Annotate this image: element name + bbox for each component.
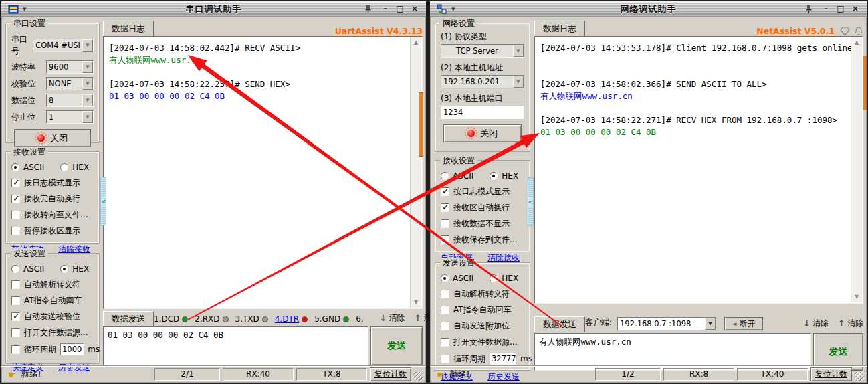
log-scrollbar[interactable]: ▲▼ xyxy=(410,37,421,308)
maximize-button[interactable]: □ xyxy=(394,4,406,15)
pin-label-link[interactable]: 4.DTR xyxy=(275,314,299,324)
send-option-checkbox[interactable]: 自动解析转义符 xyxy=(11,279,94,290)
local-port-input[interactable]: 1234 xyxy=(441,106,524,119)
tab-data-send[interactable]: 数据发送 xyxy=(103,311,154,326)
version-link[interactable]: UartAssist V4.3.13 xyxy=(335,26,423,36)
edge-scroll-marker[interactable] xyxy=(419,92,423,157)
log-line: 01 03 00 00 00 02 C4 0B xyxy=(540,126,845,138)
radio-icon xyxy=(60,265,68,273)
scroll-up-icon[interactable]: ▲ xyxy=(851,37,862,48)
checkbox-label: 自动解析转义符 xyxy=(24,279,80,290)
pin-icon[interactable] xyxy=(804,5,813,14)
tab-data-send[interactable]: 数据发送 xyxy=(534,316,585,332)
panel-collapse-handle[interactable]: < xyxy=(100,177,106,225)
recv-option-checkbox[interactable]: 按日志模式显示 xyxy=(441,186,524,197)
send-ascii-radio[interactable]: ASCII xyxy=(11,264,44,274)
minimize-button[interactable]: – xyxy=(379,4,391,15)
scroll-down-icon[interactable]: ▼ xyxy=(411,297,421,308)
minimize-button[interactable]: – xyxy=(820,4,832,15)
close-server-button[interactable]: 关闭 xyxy=(443,124,522,142)
send-button[interactable]: 发送 xyxy=(370,326,423,365)
button-label: 断开 xyxy=(740,318,756,330)
clear-recv-link[interactable]: ↑清除 xyxy=(838,318,863,332)
databits-select[interactable]: 8▼ xyxy=(46,94,94,107)
pin-status-dot xyxy=(223,316,229,322)
button-label: 关闭 xyxy=(480,128,498,140)
receive-log-area[interactable]: [2024-07-03 14:58:02.442]# RECV ASCII> 有… xyxy=(103,36,423,309)
send-option-checkbox[interactable]: AT指令自动回车 xyxy=(11,295,94,306)
reset-counter-button[interactable]: 复位计数 xyxy=(370,367,411,381)
recv-ascii-radio[interactable]: ASCII xyxy=(11,163,44,172)
radio-icon xyxy=(60,163,68,171)
close-port-button[interactable]: 关闭 xyxy=(14,129,91,147)
scroll-up-icon[interactable]: ▲ xyxy=(411,37,421,48)
recv-ascii-radio[interactable]: ASCII xyxy=(441,171,473,181)
resize-grip[interactable] xyxy=(414,372,423,381)
pin-indicator-dcd: 1.DCD xyxy=(154,314,188,326)
close-window-button[interactable]: × xyxy=(849,4,861,15)
receive-settings-group: 接收设置 ASCII HEX 按日志模式显示 接收区自动换行 接收数据不显示 接… xyxy=(435,160,530,252)
gem-icon[interactable] xyxy=(840,27,850,36)
send-ascii-radio[interactable]: ASCII xyxy=(441,274,473,283)
send-option-checkbox[interactable]: 自动解析转义符 xyxy=(441,288,524,300)
recv-option-checkbox[interactable]: 接收数据不显示 xyxy=(441,218,524,229)
cycle-send-checkbox[interactable]: 循环周期1000ms xyxy=(11,343,94,355)
recv-hex-radio[interactable]: HEX xyxy=(490,171,518,181)
close-window-button[interactable]: × xyxy=(409,4,421,15)
field-label: 波特率 xyxy=(11,62,46,73)
clear-send-link[interactable]: ↓清除 xyxy=(803,318,829,332)
panel-collapse-handle[interactable]: < xyxy=(528,177,534,226)
tab-data-log[interactable]: 数据日志 xyxy=(534,21,585,36)
send-hex-radio[interactable]: HEX xyxy=(60,264,89,274)
recv-option-checkbox[interactable]: 按日志模式显示 xyxy=(11,177,94,189)
scroll-down-icon[interactable]: ▼ xyxy=(851,292,862,302)
edge-scroll-marker[interactable] xyxy=(863,56,867,110)
parity-select[interactable]: NONE▼ xyxy=(46,77,94,90)
recv-option-checkbox[interactable]: 暂停接收区显示 xyxy=(11,225,94,237)
maximize-button[interactable]: □ xyxy=(835,4,847,15)
tab-data-log[interactable]: 数据日志 xyxy=(103,21,154,36)
cycle-send-checkbox[interactable]: 循环周期32777ms xyxy=(441,353,524,365)
radio-label: ASCII xyxy=(23,163,44,172)
recv-option-checkbox[interactable]: 接收完自动换行 xyxy=(11,193,94,205)
send-option-checkbox[interactable]: AT指令自动回车 xyxy=(441,304,524,316)
cycle-period-input[interactable]: 1000 xyxy=(60,343,84,355)
send-option-checkbox[interactable]: 自动发送附加位 xyxy=(441,320,524,332)
chevron-left-icon: < xyxy=(101,197,106,206)
client-select[interactable]: 192.168.0.7 :1098▼ xyxy=(617,317,716,330)
recv-option-checkbox[interactable]: 接收区自动换行 xyxy=(441,202,524,213)
baudrate-select[interactable]: 9600▼ xyxy=(46,60,94,74)
send-settings-group: 发送设置 ASCII HEX 自动解析转义符 AT指令自动回车 自动发送附加位 … xyxy=(435,262,530,371)
recv-option-checkbox[interactable]: 接收保存到文件... xyxy=(441,234,524,246)
send-hex-radio[interactable]: HEX xyxy=(490,274,518,283)
cycle-period-input[interactable]: 32777 xyxy=(490,353,516,365)
radio-icon xyxy=(11,265,19,273)
titlebar[interactable]: ▼ 网络调试助手 – □ × xyxy=(430,1,867,17)
send-data-input[interactable]: 01 03 00 00 00 02 C4 0B xyxy=(103,326,368,365)
status-rx: RX:40 xyxy=(223,368,294,381)
resize-grip[interactable] xyxy=(855,372,864,381)
pin-indicator-dtr[interactable]: 4.DTR xyxy=(275,314,308,326)
recv-hex-radio[interactable]: HEX xyxy=(60,163,89,172)
send-option-checkbox[interactable]: 自动发送校验位 xyxy=(11,311,94,322)
protocol-select[interactable]: TCP Server▼ xyxy=(441,44,524,58)
chevron-left-icon: < xyxy=(528,197,534,207)
local-host-select[interactable]: 192.168.0.201▼ xyxy=(441,75,524,88)
bell-icon[interactable] xyxy=(854,27,863,36)
version-link[interactable]: NetAssist V5.0.1 xyxy=(756,26,835,36)
checkbox-icon xyxy=(11,312,20,321)
disconnect-button[interactable]: ◄断开 xyxy=(724,317,763,330)
receive-settings-group: 接收设置 ASCII HEX 按日志模式显示 接收完自动换行 接收转向至文件..… xyxy=(5,151,100,244)
log-scrollbar[interactable]: ▲▼ xyxy=(851,37,862,302)
checkbox-icon xyxy=(441,203,449,212)
receive-log-area[interactable]: [2024-07-03 14:53:53.178]# Client 192.16… xyxy=(534,36,863,304)
clear-send-link[interactable]: ↓清除 xyxy=(380,312,405,326)
reset-counter-button[interactable]: 复位计数 xyxy=(810,367,852,381)
com-port-select[interactable]: COM4 #USI▼ xyxy=(33,39,94,52)
titlebar[interactable]: ▼ 串口调试助手 – □ × xyxy=(1,1,426,17)
pin-icon[interactable] xyxy=(364,5,372,14)
send-option-checkbox[interactable]: 打开文件数据源... xyxy=(11,327,94,339)
stopbits-select[interactable]: 1▼ xyxy=(46,110,94,124)
recv-option-checkbox[interactable]: 接收转向至文件... xyxy=(11,209,94,221)
send-option-checkbox[interactable]: 打开文件数据源... xyxy=(441,337,524,348)
